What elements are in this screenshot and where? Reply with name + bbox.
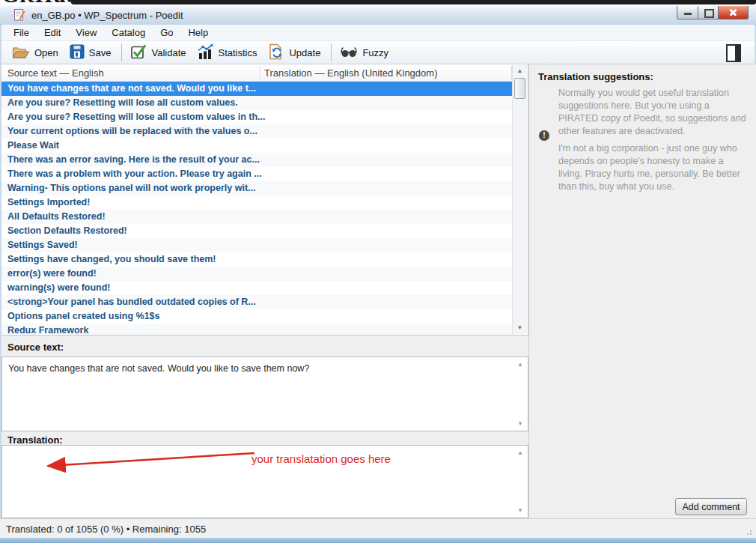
translation-input[interactable]: your translatation goes here ▲ ▼: [1, 445, 528, 518]
table-row[interactable]: Section Defaults Restored!: [1, 224, 512, 238]
minimize-button[interactable]: [677, 6, 698, 19]
table-row[interactable]: All Defaults Restored!: [1, 210, 512, 224]
menu-item-edit[interactable]: Edit: [37, 25, 68, 41]
statistics-button-label: Statistics: [218, 47, 257, 58]
scroll-down-icon[interactable]: ▼: [513, 322, 527, 334]
scroll-down-icon[interactable]: ▼: [517, 420, 523, 427]
validate-check-icon: [130, 43, 147, 62]
update-button[interactable]: Update: [263, 42, 327, 64]
window-title: en_GB.po • WP_Spectrum - Poedit: [31, 10, 183, 21]
suggestions-panel: Translation suggestions: Normally you wo…: [528, 64, 756, 518]
table-row[interactable]: Are you sure? Resetting will lose all cu…: [1, 110, 512, 124]
scroll-up-icon[interactable]: ▲: [513, 65, 527, 77]
menu-item-view[interactable]: View: [68, 25, 104, 41]
menu-item-catalog[interactable]: Catalog: [104, 25, 153, 41]
fuzzy-button[interactable]: Fuzzy: [335, 43, 395, 62]
menubar: FileEditViewCatalogGoHelp: [1, 25, 755, 41]
open-button[interactable]: Open: [7, 43, 65, 63]
validate-button-label: Validate: [151, 47, 186, 58]
table-row[interactable]: Settings Saved!: [1, 238, 512, 252]
table-row[interactable]: Redux Framework: [1, 324, 512, 335]
suggestions-paragraph: Normally you would get useful translatio…: [558, 87, 749, 138]
save-button[interactable]: Save: [65, 43, 118, 63]
info-icon: !: [539, 130, 549, 141]
source-text-value: You have changes that are not saved. Wou…: [8, 362, 508, 374]
maximize-icon: [704, 9, 714, 18]
background-clipped-text: GitHub: [1, 0, 79, 6]
window-controls: [677, 6, 749, 20]
open-button-label: Open: [34, 47, 58, 58]
toolbar-separator: [331, 43, 332, 61]
menu-item-help[interactable]: Help: [180, 25, 216, 41]
statusbar: Translated: 0 of 1055 (0 %) • Remaining:…: [0, 518, 756, 538]
poedit-window: en_GB.po • WP_Spectrum - Poedit FileEdit…: [0, 6, 756, 543]
annotation-text: your translatation goes here: [252, 452, 391, 465]
table-row[interactable]: There was an error saving. Here is the r…: [1, 153, 512, 167]
open-folder-icon: [12, 44, 30, 61]
table-row[interactable]: Are you sure? Resetting will lose all cu…: [1, 96, 512, 110]
statistics-button[interactable]: Statistics: [192, 42, 263, 64]
status-text: Translated: 0 of 1055 (0 %) • Remaining:…: [6, 524, 206, 535]
table-row[interactable]: Warning- This options panel will not wor…: [1, 181, 512, 195]
scroll-down-icon[interactable]: ▼: [517, 507, 523, 514]
column-header-translation[interactable]: Translation — English (United Kingdom): [264, 67, 437, 79]
desktop-background: GitHub: [0, 0, 756, 6]
statistics-chart-icon: [197, 43, 213, 62]
table-row[interactable]: Your current options will be replaced wi…: [1, 124, 512, 139]
sidebar-toggle-icon[interactable]: [726, 44, 741, 62]
save-floppy-icon: [70, 44, 85, 61]
list-header: Source text — English Translation — Engl…: [1, 64, 528, 82]
scroll-up-icon[interactable]: ▲: [517, 361, 523, 368]
table-row[interactable]: You have changes that are not saved. Wou…: [1, 82, 512, 96]
suggestions-paragraph: I'm not a big corporation - just one guy…: [558, 142, 749, 193]
close-button[interactable]: [719, 6, 749, 19]
scroll-up-icon[interactable]: ▲: [517, 449, 523, 456]
table-row[interactable]: warning(s) were found!: [1, 281, 512, 295]
maximize-button[interactable]: [698, 6, 719, 19]
resize-grip-icon[interactable]: [746, 528, 754, 536]
minimize-icon: [684, 13, 692, 15]
save-button-label: Save: [89, 47, 112, 58]
fuzzy-button-label: Fuzzy: [362, 47, 388, 58]
source-text-box[interactable]: You have changes that are not saved. Wou…: [1, 357, 528, 431]
scrollbar-thumb[interactable]: [514, 78, 525, 99]
validate-button[interactable]: Validate: [126, 42, 192, 64]
table-row[interactable]: <strong>Your panel has bundled outdated …: [1, 295, 512, 309]
menu-item-file[interactable]: File: [6, 25, 37, 41]
list-scrollbar[interactable]: ▲ ▼: [512, 65, 527, 334]
poedit-app-icon: [14, 9, 25, 21]
column-divider[interactable]: [260, 66, 260, 79]
menu-item-go[interactable]: Go: [153, 25, 180, 41]
table-row[interactable]: Options panel created using %1$s: [1, 309, 512, 324]
table-row[interactable]: error(s) were found!: [1, 267, 512, 281]
table-row[interactable]: Settings have changed, you should save t…: [1, 252, 512, 267]
table-row[interactable]: There was a problem with your action. Pl…: [1, 167, 512, 181]
update-refresh-icon: [268, 43, 284, 62]
source-text-label: Source text:: [1, 336, 528, 357]
toolbar-separator: [121, 43, 122, 61]
suggestions-title: Translation suggestions:: [538, 71, 653, 82]
titlebar: en_GB.po • WP_Spectrum - Poedit: [0, 6, 756, 25]
background-dark-bar: [71, 0, 756, 4]
column-header-source[interactable]: Source text — English: [7, 67, 104, 79]
message-list: You have changes that are not saved. Wou…: [1, 82, 512, 335]
translation-list: Source text — English Translation — Engl…: [1, 64, 528, 336]
update-button-label: Update: [289, 47, 320, 58]
fuzzy-glasses-icon: [340, 45, 358, 61]
translation-label: Translation:: [1, 431, 528, 445]
table-row[interactable]: Settings Imported!: [1, 195, 512, 210]
screen: GitHub en_GB.po • WP_Spectrum - Poedit: [0, 0, 756, 543]
table-row[interactable]: Please Wait: [1, 139, 512, 153]
add-comment-button[interactable]: Add comment: [675, 498, 747, 515]
window-bottom-border: [0, 538, 756, 543]
toolbar: Open Save: [1, 41, 755, 64]
